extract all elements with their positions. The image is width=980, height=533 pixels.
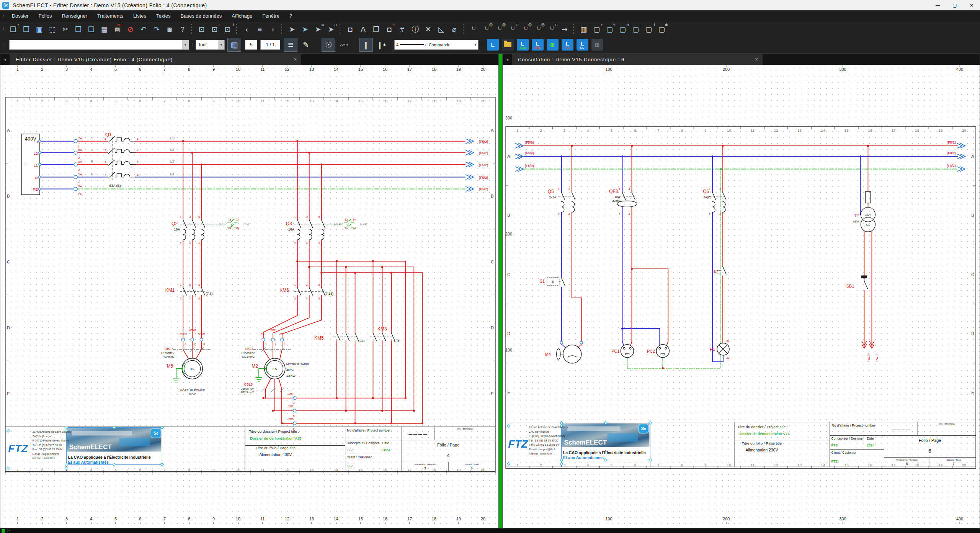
schemelect-home-button[interactable]: L [487, 39, 499, 51]
cable-delete-button[interactable]: └┘⊖ [546, 23, 558, 35]
menu-dossier[interactable]: Dossier [7, 10, 34, 22]
cable-auto-button[interactable]: └┘Ⓐ [519, 23, 532, 35]
cable-manual-button[interactable]: └┘Ⓜ [532, 23, 545, 35]
print-pdf-button[interactable]: ▤PDF [111, 23, 124, 35]
comment-add-button[interactable]: ▢+ [591, 23, 603, 35]
open-folder-button[interactable]: ❒ [20, 23, 33, 35]
menu-[interactable]: ? [284, 10, 297, 22]
tab-editer-folio[interactable]: Editer Dossier : Demo V15 (Création) Fol… [10, 54, 301, 65]
grid-settings-button[interactable]: # [396, 23, 408, 35]
tab-close-icon[interactable]: ✕ [287, 57, 297, 62]
schematic-label: — — — — [408, 432, 427, 436]
help-button[interactable]: ? [176, 23, 189, 35]
close-button[interactable]: ✕ [963, 0, 980, 10]
pointer-select-button[interactable]: ➤ [286, 23, 298, 35]
export-schematic-button[interactable]: L◂Exp [517, 39, 529, 51]
minimize-button[interactable]: — [929, 0, 946, 10]
menu-listes[interactable]: Listes [128, 10, 151, 22]
segment-button[interactable]: ❙ [359, 38, 372, 51]
cut-button[interactable]: ✂ [59, 23, 72, 35]
wire-redirect-button[interactable]: ⇝ [559, 23, 571, 35]
folio-list-button[interactable]: ≡ [254, 23, 266, 35]
wire-delete-button[interactable]: └┘⊖ [506, 23, 519, 35]
tab-scroll-left-icon[interactable]: ◄ [505, 57, 509, 62]
draw-wire-button[interactable]: └┘ [467, 23, 480, 35]
zoom-in-pointer-button[interactable]: ➤⊕ [312, 23, 324, 35]
insert-text-button[interactable]: A [357, 23, 369, 35]
segment-settings-button[interactable]: ❙✱ [375, 38, 388, 51]
tab-consultation[interactable]: Consultation : Demo V15 Connectique : 6 … [512, 54, 763, 65]
export-pdf-button[interactable]: LPDF [562, 39, 573, 51]
insert-symbol-button[interactable]: ◘ [344, 23, 356, 35]
menu-affichage[interactable]: Affichage [227, 10, 257, 22]
schematic-label: 300 [505, 116, 512, 120]
license-button[interactable]: LLIC [577, 39, 588, 51]
select-region-button[interactable]: ⬚ [46, 23, 59, 35]
pointer-pan-button[interactable]: ➤ [299, 23, 311, 35]
previous-folio-button[interactable]: ‹ [241, 23, 253, 35]
wire-blue [40, 141, 465, 189]
notes-button[interactable]: ▥ [578, 23, 590, 35]
import-disabled-button[interactable]: ⊞ [591, 39, 603, 51]
highlight-button[interactable]: ☉ [322, 38, 335, 51]
grid-toggle-button[interactable]: ▦ [228, 38, 241, 51]
new-document-button[interactable]: ❏+ [7, 23, 20, 35]
menu-fen-tre[interactable]: Fenêtre [257, 10, 284, 22]
measure-button[interactable]: ◺ [435, 23, 448, 35]
comment-auto-button[interactable]: ▢N [617, 23, 629, 35]
left-folio-canvas[interactable]: 1122334455667788991010111112121313141415… [0, 65, 498, 528]
next-folio-button[interactable]: › [267, 23, 279, 35]
zoom-region-button[interactable]: ⊡ [196, 23, 208, 35]
wire-origin-button[interactable]: └┘Ⓞ [493, 23, 506, 35]
combo-arrow-icon[interactable]: ▾ [218, 40, 224, 49]
paste-button[interactable]: ❑ [85, 23, 98, 35]
component-search-combobox[interactable]: ▾ [9, 40, 189, 50]
menu-folios[interactable]: Folios [34, 10, 57, 22]
import-schematic-button[interactable]: L◂Imp [532, 39, 544, 51]
coil-button[interactable]: ∩∩∩ [337, 38, 350, 51]
menu-traitements[interactable]: Traitements [92, 10, 128, 22]
combo-arrow-icon[interactable]: ▾ [474, 42, 477, 47]
save-button[interactable]: ▣ [33, 23, 46, 35]
comment-info-button[interactable]: ▢i [643, 23, 655, 35]
schematic-label: XMT [261, 332, 266, 335]
delete-button[interactable]: ⊘ [124, 23, 137, 35]
comment-delete-button[interactable]: ▢− [630, 23, 642, 35]
zoom-validate-button[interactable]: ⊡✓ [209, 23, 221, 35]
menu-bases-de-donn-es[interactable]: Bases de données [176, 10, 227, 22]
comment-settings-button[interactable]: ▢✱ [656, 23, 668, 35]
undo-button[interactable]: ↶ [137, 23, 150, 35]
open-project-folder-button[interactable] [502, 39, 514, 51]
zoom-info-button[interactable]: ⊡i [222, 23, 234, 35]
new-connection-button[interactable]: ⊕ [547, 39, 559, 51]
menu-renseigner[interactable]: Renseigner [57, 10, 92, 22]
menu-textes[interactable]: Textes [151, 10, 176, 22]
comment-edit-button[interactable]: ▢✎ [604, 23, 616, 35]
application-window: Se SchemELECT - Editer Dossier : Demo V1… [0, 0, 980, 533]
tab-close-icon[interactable]: ✕ [748, 57, 759, 62]
redo-button[interactable]: ↷ [150, 23, 163, 35]
maximize-button[interactable]: ▢ [946, 0, 963, 10]
filter-combobox[interactable]: Tout ▾ [196, 40, 225, 50]
line-style-button[interactable]: ≡ [284, 38, 297, 51]
element-info-button[interactable]: ⓘ [409, 23, 421, 35]
window-divider[interactable] [499, 54, 502, 528]
delete-element-button[interactable]: ✕ [422, 23, 434, 35]
tab-scroll-left-icon[interactable]: ◄ [3, 57, 7, 62]
wire-style-combobox[interactable]: 4 □ Commande ▾ [394, 40, 479, 50]
copy-button[interactable]: ❐ [72, 23, 85, 35]
zoom-out-pointer-button[interactable]: ➤⊖ [325, 23, 337, 35]
combo-arrow-icon[interactable]: ▾ [182, 40, 189, 49]
symbol-window-button[interactable]: ❐ [370, 23, 382, 35]
wire-auto-button[interactable]: └┘Ⓐ [480, 23, 493, 35]
print-button[interactable]: ▤ [98, 23, 111, 35]
schematic-label: 1 [180, 283, 181, 286]
hide-element-button[interactable]: ⌀ [448, 23, 461, 35]
page-index-field[interactable]: 1 / 1 [260, 40, 280, 50]
pencil-button[interactable]: ✎ [299, 38, 312, 51]
right-folio-canvas[interactable]: 1122334455667788991010111112121313141415… [503, 65, 980, 528]
edit-symbol-button[interactable]: ◘✎ [383, 23, 395, 35]
stop-process-button[interactable]: ◙ [163, 23, 176, 35]
grid-step-field[interactable]: 5 [245, 40, 257, 50]
schematic-label: 16A [174, 227, 180, 231]
